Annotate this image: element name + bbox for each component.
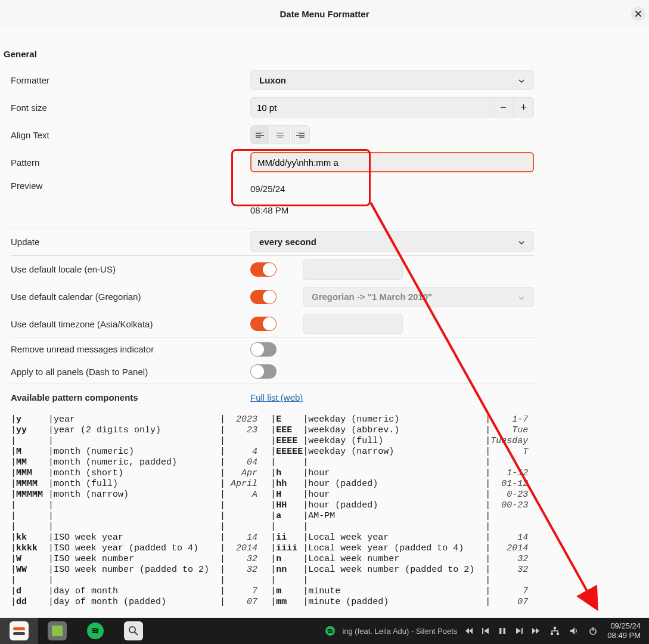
align-left-button[interactable]: [250, 125, 269, 144]
pattern-table-right: |E |weekday (numeric) | 1-7 |EEE |weekda…: [271, 414, 528, 608]
taskbar-app-spotify[interactable]: [76, 618, 114, 644]
extensions-app-icon: [48, 621, 67, 640]
apply-all-label: Apply to all panels (Dash to Panel): [11, 367, 250, 377]
image-viewer-app-icon: [124, 621, 143, 640]
full-list-link[interactable]: Full list (web): [250, 392, 303, 402]
power-icon[interactable]: [588, 626, 598, 636]
calendar-toggle[interactable]: [250, 290, 277, 304]
pattern-table-left: |y |year | 2023 |yy |year (2 digits only…: [11, 414, 257, 608]
spotify-app-icon: [87, 623, 104, 639]
svg-line-2: [135, 632, 138, 635]
svg-rect-6: [504, 628, 506, 634]
close-button[interactable]: [631, 7, 645, 21]
timezone-toggle[interactable]: [250, 317, 277, 331]
locale-toggle[interactable]: [250, 262, 277, 277]
calendar-option: Gregorian -> "1 March 2010": [312, 292, 432, 302]
svg-rect-8: [554, 627, 556, 629]
task-apps: [0, 618, 153, 644]
available-label: Available pattern components: [11, 392, 250, 402]
close-icon: [635, 10, 642, 17]
align-group: [250, 125, 310, 144]
pattern-input[interactable]: [250, 152, 534, 172]
settings-app-icon: [10, 621, 29, 640]
network-icon[interactable]: [550, 626, 560, 636]
pattern-label: Pattern: [11, 157, 250, 168]
apply-all-toggle[interactable]: [250, 364, 277, 379]
svg-point-1: [129, 627, 135, 633]
chevron-down-icon: [518, 238, 525, 245]
volume-icon[interactable]: [569, 626, 579, 636]
media-skip-forward[interactable]: [514, 626, 524, 636]
font-size-field: − +: [250, 97, 534, 117]
media-skip-back[interactable]: [481, 626, 490, 636]
font-size-input[interactable]: [250, 97, 493, 117]
update-select[interactable]: every second: [250, 231, 534, 252]
preview-line2: 08:48 PM: [250, 202, 288, 219]
align-center-button[interactable]: [271, 125, 290, 144]
align-right-button[interactable]: [291, 125, 310, 144]
svg-rect-10: [557, 633, 559, 635]
window-title: Date Menu Formatter: [280, 9, 369, 19]
svg-rect-9: [551, 633, 553, 635]
titlebar: Date Menu Formatter: [0, 0, 649, 27]
timezone-label: Use default timezone (Asia/Kolkata): [11, 319, 250, 329]
svg-rect-4: [482, 628, 483, 634]
taskbar-clock[interactable]: 09/25/24 08:49 PM: [607, 621, 641, 640]
media-prev-track[interactable]: [464, 626, 474, 636]
chevron-down-icon: [518, 293, 525, 301]
preview-line1: 09/25/24: [250, 181, 285, 197]
clock-time: 08:49 PM: [607, 631, 641, 640]
media-controls: ing (feat. Leila Adu) - Silent Poets: [325, 626, 541, 636]
formatter-label: Formatter: [11, 75, 250, 85]
preview-label: Preview: [11, 181, 250, 191]
font-size-decrease[interactable]: −: [493, 97, 514, 117]
chevron-down-icon: [518, 76, 525, 83]
taskbar-app-image-viewer[interactable]: [114, 618, 153, 644]
calendar-label: Use default calendar (Gregorian): [11, 292, 250, 302]
font-size-label: Font size: [11, 103, 250, 113]
formatter-select[interactable]: Luxon: [250, 70, 534, 90]
locale-label: Use default locale (en-US): [11, 264, 250, 274]
spotify-tray-icon: [325, 626, 335, 636]
remove-unread-label: Remove unread messages indicator: [11, 344, 250, 354]
timezone-value-disabled: [303, 314, 403, 334]
taskbar-app-settings[interactable]: [0, 618, 38, 644]
remove-unread-toggle[interactable]: [250, 342, 277, 357]
align-center-icon: [276, 132, 284, 138]
section-general: General: [4, 37, 649, 66]
formatter-value: Luxon: [259, 75, 286, 85]
media-play-pause[interactable]: [498, 626, 507, 636]
font-size-increase[interactable]: +: [514, 97, 534, 117]
taskbar: ing (feat. Leila Adu) - Silent Poets 09/…: [0, 618, 649, 644]
align-label: Align Text: [11, 130, 250, 140]
update-value: every second: [259, 237, 316, 247]
taskbar-app-extensions[interactable]: [38, 618, 76, 644]
calendar-select-disabled: Gregorian -> "1 March 2010": [303, 287, 534, 307]
media-next-track[interactable]: [531, 626, 541, 636]
media-now-playing: ing (feat. Leila Adu) - Silent Poets: [342, 627, 457, 636]
align-left-icon: [256, 132, 264, 138]
pattern-tables: |y |year | 2023 |yy |year (2 digits only…: [11, 412, 534, 608]
align-right-icon: [296, 132, 305, 138]
svg-rect-5: [499, 628, 502, 634]
locale-value-disabled: [303, 259, 403, 280]
svg-rect-7: [521, 628, 523, 634]
update-label: Update: [11, 237, 250, 247]
clock-date: 09/25/24: [607, 621, 641, 631]
